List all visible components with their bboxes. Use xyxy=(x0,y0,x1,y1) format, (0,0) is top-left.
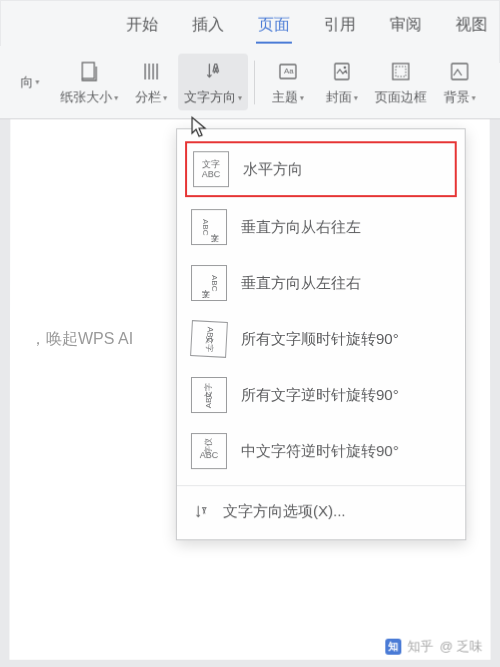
text-direction-vertical-rtl-icon: ABC 文字 xyxy=(191,209,227,245)
tab-reference[interactable]: 引用 xyxy=(322,9,358,44)
tab-page[interactable]: 页面 xyxy=(256,9,292,44)
columns-icon xyxy=(137,58,165,86)
paper-size-icon xyxy=(75,58,103,86)
chevron-down-icon: ▾ xyxy=(238,93,242,102)
text-direction-horizontal-icon: 文字 ABC xyxy=(193,151,229,187)
cover-button[interactable]: 封面▾ xyxy=(315,54,369,111)
menu-label: 文字方向选项(X)... xyxy=(223,502,346,521)
paper-size-button[interactable]: 纸张大小▾ xyxy=(54,54,124,111)
background-button[interactable]: 背景▾ xyxy=(433,54,487,111)
chevron-down-icon: ▾ xyxy=(300,93,304,102)
text-direction-dropdown: 文字 ABC 水平方向 ABC 文字 垂直方向从右往左 文字 ABC 垂直方向从… xyxy=(176,128,466,540)
svg-text:Aa: Aa xyxy=(284,67,294,76)
tab-insert[interactable]: 插入 xyxy=(190,9,226,44)
phone-watermark: MEIZU 16th AI DUAL CAMERA xyxy=(11,624,103,649)
page-border-icon xyxy=(387,58,415,86)
background-icon xyxy=(446,58,474,86)
menu-label: 垂直方向从右往左 xyxy=(241,218,361,237)
text-direction-options-icon xyxy=(193,503,211,521)
tab-view[interactable]: 视图 xyxy=(454,9,490,44)
menu-item-rotate-cw-90[interactable]: ABC 文字 所有文字顺时针旋转90° xyxy=(177,311,465,367)
menu-label: 中文字符逆时针旋转90° xyxy=(241,442,399,461)
tab-start[interactable]: 开始 xyxy=(124,9,160,44)
svg-point-13 xyxy=(15,630,19,634)
ribbon-tabs: 开始 插入 页面 引用 审阅 视图 xyxy=(1,1,500,48)
site-watermark: 知 知乎 @ 乏味 xyxy=(379,636,488,658)
menu-label: 所有文字顺时针旋转90° xyxy=(241,330,399,349)
svg-point-12 xyxy=(12,627,22,637)
menu-item-vertical-rtl[interactable]: ABC 文字 垂直方向从右往左 xyxy=(177,199,465,255)
menu-item-horizontal[interactable]: 文字 ABC 水平方向 xyxy=(185,141,457,197)
cover-icon xyxy=(328,58,356,86)
chevron-down-icon: ▾ xyxy=(472,93,476,102)
columns-button[interactable]: 分栏▾ xyxy=(124,54,178,111)
menu-label: 所有文字逆时针旋转90° xyxy=(241,386,399,405)
menu-item-chinese-ccw-90[interactable]: 字仪 ABC 中文字符逆时针旋转90° xyxy=(177,423,465,479)
text-direction-vertical-ltr-icon: 文字 ABC xyxy=(191,265,227,301)
svg-rect-0 xyxy=(82,63,94,79)
chevron-down-icon: ▾ xyxy=(35,77,39,86)
menu-label: 水平方向 xyxy=(243,160,303,179)
toolbar-divider xyxy=(254,60,255,104)
text-direction-ccw90-icon: 文字 ABC xyxy=(191,377,227,413)
svg-rect-9 xyxy=(393,64,409,80)
toolbar: 向▾ 纸张大小▾ 分栏▾ 文字方向▾ Aa 主题▾ xyxy=(0,48,499,120)
menu-label: 垂直方向从左往右 xyxy=(241,274,361,293)
menu-separator xyxy=(177,485,465,486)
tab-review[interactable]: 审阅 xyxy=(388,9,424,44)
menu-item-rotate-ccw-90[interactable]: 文字 ABC 所有文字逆时针旋转90° xyxy=(177,367,465,423)
svg-point-8 xyxy=(344,66,347,69)
text-direction-cn-ccw90-icon: 字仪 ABC xyxy=(191,433,227,469)
theme-icon: Aa xyxy=(274,58,302,86)
text-direction-icon xyxy=(199,58,227,86)
menu-item-vertical-ltr[interactable]: 文字 ABC 垂直方向从左往右 xyxy=(177,255,465,311)
zhihu-logo-icon: 知 xyxy=(385,639,401,655)
camera-icon xyxy=(11,626,23,638)
theme-button[interactable]: Aa 主题▾ xyxy=(261,54,315,111)
svg-rect-10 xyxy=(396,67,406,77)
chevron-down-icon: ▾ xyxy=(114,93,118,102)
text-direction-cw90-icon: ABC 文字 xyxy=(190,320,228,358)
page-border-button[interactable]: 页面边框 xyxy=(369,54,433,111)
text-direction-button[interactable]: 文字方向▾ xyxy=(178,54,248,111)
chevron-down-icon: ▾ xyxy=(354,93,358,102)
menu-item-text-direction-options[interactable]: 文字方向选项(X)... xyxy=(177,492,465,531)
chevron-down-icon: ▾ xyxy=(163,93,167,102)
direction-button-partial[interactable]: 向▾ xyxy=(0,69,54,95)
